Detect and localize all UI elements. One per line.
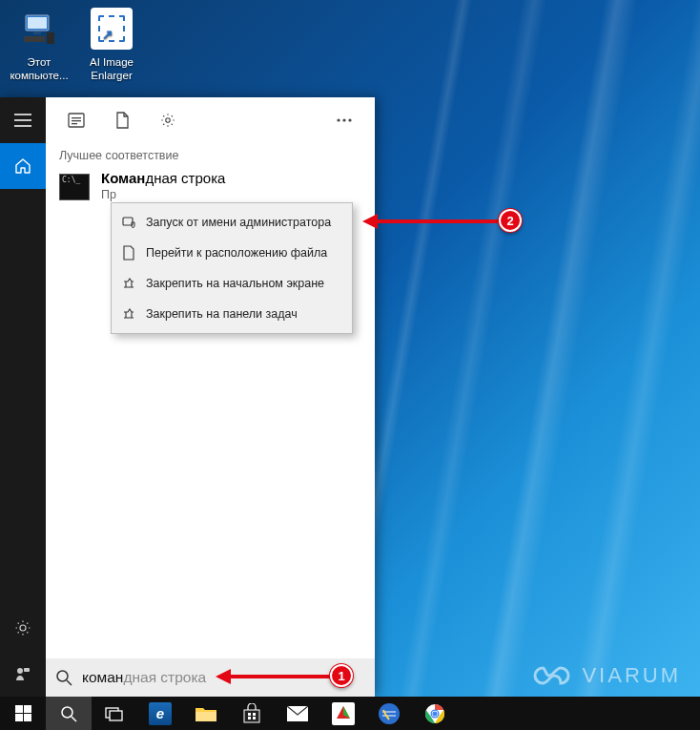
svg-rect-25	[110, 711, 122, 720]
result-subtitle: Пр	[101, 188, 361, 201]
svg-line-16	[67, 680, 72, 685]
svg-line-23	[72, 717, 76, 721]
desktop-icon-label: Этот компьюте...	[4, 55, 74, 82]
svg-rect-26	[196, 712, 216, 721]
ctx-item-label: Перейти к расположению файла	[146, 246, 327, 260]
svg-point-5	[17, 668, 23, 674]
svg-rect-19	[24, 705, 31, 713]
sidebar-settings-button[interactable]	[0, 605, 46, 651]
ctx-pin-taskbar[interactable]: Закрепить на панели задач	[112, 299, 352, 329]
svg-point-22	[62, 707, 72, 718]
taskbar-app-1[interactable]	[320, 697, 366, 730]
pin-start-icon	[121, 276, 136, 291]
taskview-button[interactable]	[92, 697, 137, 730]
app2-icon	[378, 702, 401, 725]
edge-icon: e	[156, 705, 164, 721]
sidebar-feedback-button[interactable]	[0, 651, 46, 697]
result-title: Командная строка	[101, 170, 361, 187]
taskbar-explorer[interactable]	[183, 697, 229, 730]
annotation-badge-1: 1	[330, 664, 353, 687]
svg-point-12	[337, 118, 340, 121]
svg-rect-20	[15, 714, 23, 721]
svg-rect-6	[24, 668, 30, 672]
ctx-open-location[interactable]: Перейти к расположению файла	[112, 238, 352, 268]
search-input-bar[interactable]: командная строка	[46, 658, 375, 697]
sidebar-menu-button[interactable]	[0, 97, 46, 143]
watermark: VIARUM	[532, 663, 681, 688]
best-match-header: Лучшее соответствие	[46, 143, 375, 170]
start-button[interactable]	[0, 697, 46, 730]
sidebar-home-button[interactable]	[0, 143, 46, 189]
svg-rect-1	[28, 17, 47, 29]
search-main: Лучшее соответствие Командная строка Пр …	[46, 97, 375, 697]
svg-rect-28	[248, 713, 251, 716]
svg-rect-27	[244, 710, 259, 722]
folder-icon	[195, 704, 217, 723]
filter-settings-tab[interactable]	[145, 97, 191, 143]
admin-shield-icon	[121, 215, 136, 230]
svg-rect-3	[24, 36, 45, 42]
annotation-badge-2: 2	[499, 209, 522, 232]
search-panel: Лучшее соответствие Командная строка Пр …	[0, 97, 375, 697]
svg-point-14	[348, 118, 351, 121]
ctx-item-label: Запуск от имени администратора	[146, 216, 331, 229]
search-input-text: командная строка	[82, 669, 206, 686]
ai-enlarger-icon	[89, 6, 134, 52]
ctx-item-label: Закрепить на панели задач	[146, 307, 298, 321]
chrome-icon	[424, 703, 445, 724]
desktop-icon-ai-enlarger[interactable]: AI Image Enlarger	[76, 6, 147, 82]
search-icon	[55, 669, 72, 686]
taskbar-chrome[interactable]	[412, 697, 458, 730]
svg-rect-29	[253, 713, 256, 716]
infinity-icon	[532, 664, 576, 687]
svg-point-33	[379, 703, 400, 724]
ctx-pin-start[interactable]: Закрепить на начальном экране	[112, 268, 352, 299]
svg-rect-21	[24, 714, 31, 721]
filter-apps-tab[interactable]	[53, 97, 99, 143]
svg-rect-30	[248, 717, 251, 720]
desktop: Этот компьюте... AI Image Enlarger	[0, 0, 700, 730]
desktop-icon-label: AI Image Enlarger	[76, 55, 147, 82]
search-result-cmd[interactable]: Командная строка Пр	[46, 170, 375, 201]
taskbar-mail[interactable]	[275, 697, 320, 730]
result-title-rest: дная строка	[145, 170, 225, 186]
store-icon	[241, 703, 262, 724]
ctx-run-as-admin[interactable]: Запуск от имени администратора	[112, 207, 352, 238]
svg-rect-2	[33, 31, 41, 34]
watermark-text: VIARUM	[582, 663, 681, 688]
svg-point-15	[57, 671, 68, 681]
svg-point-13	[342, 118, 345, 121]
search-completion-text: дная строка	[123, 669, 206, 685]
search-filter-tabs	[46, 97, 375, 143]
search-typed-text: коман	[82, 669, 123, 685]
svg-rect-8	[72, 117, 81, 118]
taskbar-edge[interactable]: e	[137, 697, 183, 730]
cmd-icon	[59, 174, 90, 200]
svg-rect-18	[15, 705, 23, 713]
desktop-icon-this-pc[interactable]: Этот компьюте...	[4, 6, 74, 82]
file-location-icon	[121, 245, 136, 261]
taskbar-search-button[interactable]	[46, 697, 92, 730]
taskbar-app-2[interactable]	[366, 697, 412, 730]
filter-more-button[interactable]	[321, 97, 367, 143]
context-menu: Запуск от имени администратора Перейти к…	[111, 202, 353, 334]
this-pc-icon	[16, 6, 62, 52]
svg-point-37	[432, 711, 437, 716]
taskbar-store[interactable]	[229, 697, 275, 730]
filter-documents-tab[interactable]	[99, 97, 145, 143]
annotation-arrow-2	[362, 214, 501, 229]
svg-rect-10	[72, 123, 77, 124]
taskbar: e	[0, 697, 700, 730]
svg-rect-9	[72, 120, 81, 121]
pin-taskbar-icon	[121, 306, 136, 322]
svg-point-11	[166, 118, 171, 123]
svg-rect-4	[47, 32, 54, 44]
app1-icon	[332, 702, 355, 725]
result-title-match: Коман	[101, 170, 145, 186]
svg-rect-31	[253, 717, 256, 720]
ctx-item-label: Закрепить на начальном экране	[146, 277, 324, 290]
mail-icon	[286, 705, 309, 722]
search-sidebar	[0, 97, 46, 697]
